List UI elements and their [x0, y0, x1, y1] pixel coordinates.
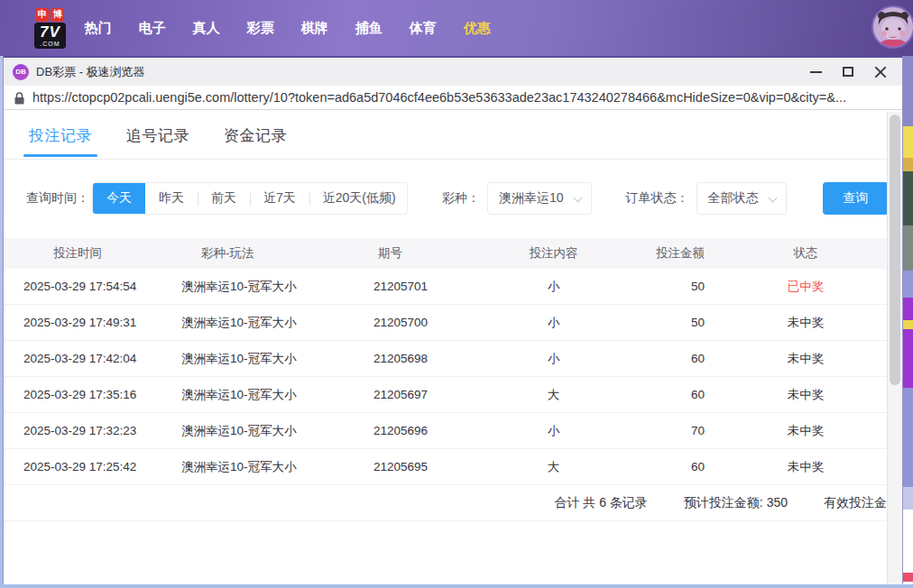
- maximize-button[interactable]: [832, 58, 864, 86]
- browser-window: DB DB彩票 - 极速浏览器 https://ctopcp02pcali.ue…: [3, 56, 903, 588]
- site-logo[interactable]: 申 博 7V .COM: [34, 8, 66, 49]
- tab-bet-records[interactable]: 投注记录: [29, 112, 92, 159]
- order-status-select[interactable]: 全部状态: [696, 182, 787, 215]
- cell-amount: 60: [601, 352, 723, 365]
- time-option-0[interactable]: 今天: [93, 183, 145, 214]
- lottery-select[interactable]: 澳洲幸运10: [487, 182, 592, 215]
- lock-icon: [14, 92, 24, 105]
- tab-fund-records[interactable]: 资金记录: [224, 112, 287, 159]
- nav-item-5[interactable]: 捕鱼: [342, 20, 396, 37]
- summary-valid-amount: 有效投注金: [824, 495, 887, 511]
- scrollbar-thumb[interactable]: [890, 115, 900, 385]
- cell-status: 未中奖: [723, 459, 889, 475]
- table-body: 2025-03-29 17:54:54澳洲幸运10-冠军大小21205701小5…: [4, 269, 889, 485]
- cell-content: 小: [506, 279, 601, 295]
- cell-amount: 50: [601, 280, 723, 293]
- cell-time: 2025-03-29 17:32:23: [4, 424, 168, 437]
- column-header-4: 投注金额: [601, 245, 723, 262]
- minimize-icon: [810, 71, 822, 73]
- table-summary-row: 合计 共 6 条记录 预计投注金额: 350 有效投注金: [4, 485, 889, 521]
- cell-issue: 21205696: [366, 424, 506, 437]
- nav-item-0[interactable]: 热门: [71, 20, 125, 37]
- logo-badge-bo: 博: [51, 8, 64, 22]
- db-favicon-icon: DB: [13, 64, 29, 80]
- cell-amount: 70: [601, 424, 723, 437]
- bet-records-table: 投注时间彩种-玩法期号投注内容投注金额状态 2025-03-29 17:54:5…: [4, 238, 889, 521]
- logo-suffix-text: .COM: [40, 41, 60, 47]
- cell-content: 小: [506, 351, 601, 367]
- chevron-down-icon: [573, 194, 582, 203]
- logo-main-text: 7V: [40, 24, 60, 40]
- nav-item-7[interactable]: 优惠: [450, 20, 504, 37]
- page-content: 投注记录 追号记录 资金记录 查询时间： 今天昨天前天近7天近20天(低频) 彩…: [4, 112, 889, 588]
- table-header-row: 投注时间彩种-玩法期号投注内容投注金额状态: [4, 238, 889, 269]
- maximize-icon: [843, 67, 853, 77]
- nav-item-1[interactable]: 电子: [125, 20, 180, 37]
- column-header-1: 彩种-玩法: [168, 245, 366, 262]
- column-header-2: 期号: [366, 245, 506, 262]
- close-button[interactable]: [864, 58, 897, 86]
- table-row: 2025-03-29 17:49:31澳洲幸运10-冠军大小21205700小5…: [4, 305, 889, 341]
- cell-game: 澳洲幸运10-冠军大小: [168, 423, 366, 439]
- time-filter-label: 查询时间：: [26, 190, 89, 207]
- casino-top-nav: 申 博 7V .COM 热门电子真人彩票棋牌捕鱼体育优惠: [0, 0, 913, 56]
- cell-game: 澳洲幸运10-冠军大小: [168, 351, 366, 367]
- cell-content: 大: [506, 459, 601, 475]
- cell-game: 澳洲幸运10-冠军大小: [168, 387, 366, 403]
- cell-game: 澳洲幸运10-冠军大小: [168, 315, 366, 331]
- summary-total: 合计 共 6 条记录: [554, 495, 647, 511]
- url-text: https://ctopcp02pcali.uengi5e.com/lotter…: [32, 90, 846, 105]
- cell-issue: 21205701: [366, 280, 506, 293]
- minimize-button[interactable]: [799, 58, 832, 86]
- cell-status: 已中奖: [723, 279, 889, 295]
- cell-time: 2025-03-29 17:35:16: [4, 388, 168, 401]
- search-button[interactable]: 查询: [823, 182, 889, 215]
- close-icon: [874, 66, 887, 78]
- column-header-3: 投注内容: [506, 245, 601, 262]
- nav-item-2[interactable]: 真人: [180, 20, 234, 37]
- time-option-2[interactable]: 前天: [198, 183, 250, 214]
- table-row: 2025-03-29 17:32:23澳洲幸运10-冠军大小21205696小7…: [4, 413, 889, 449]
- lottery-select-value: 澳洲幸运10: [499, 190, 564, 207]
- table-row: 2025-03-29 17:42:04澳洲幸运10-冠军大小21205698小6…: [4, 341, 889, 377]
- tab-chase-records[interactable]: 追号记录: [126, 112, 189, 159]
- cell-status: 未中奖: [723, 387, 889, 403]
- cell-issue: 21205700: [366, 316, 506, 329]
- time-range-group: 今天昨天前天近7天近20天(低频): [92, 182, 408, 215]
- cell-amount: 60: [601, 388, 723, 401]
- cell-amount: 50: [601, 316, 723, 329]
- logo-badge-shen: 申: [35, 8, 49, 22]
- nav-item-3[interactable]: 彩票: [234, 20, 288, 37]
- nav-item-6[interactable]: 体育: [396, 20, 450, 37]
- cell-game: 澳洲幸运10-冠军大小: [168, 279, 366, 295]
- logo-box: 7V .COM: [34, 23, 66, 49]
- table-row: 2025-03-29 17:54:54澳洲幸运10-冠军大小21205701小5…: [4, 269, 889, 305]
- time-option-3[interactable]: 近7天: [250, 183, 309, 214]
- window-titlebar[interactable]: DB DB彩票 - 极速浏览器: [4, 56, 902, 86]
- cell-issue: 21205695: [366, 460, 506, 473]
- user-avatar[interactable]: [872, 5, 913, 49]
- cell-content: 小: [506, 315, 601, 331]
- cell-time: 2025-03-29 17:49:31: [4, 316, 168, 329]
- lottery-filter-label: 彩种：: [442, 190, 480, 207]
- cell-game: 澳洲幸运10-冠军大小: [168, 459, 366, 475]
- background-app-sliver-bottom: [0, 584, 913, 588]
- cell-status: 未中奖: [723, 351, 889, 367]
- cell-issue: 21205698: [366, 352, 506, 365]
- background-app-sliver-right: [903, 56, 913, 588]
- column-header-5: 状态: [723, 245, 889, 262]
- cell-time: 2025-03-29 17:54:54: [4, 280, 168, 293]
- time-option-4[interactable]: 近20天(低频): [309, 183, 408, 214]
- cell-amount: 60: [601, 460, 723, 473]
- cell-content: 小: [506, 423, 601, 439]
- logo-badges: 申 博: [35, 8, 64, 22]
- avatar-illustration: [873, 7, 913, 47]
- nav-item-4[interactable]: 棋牌: [288, 20, 342, 37]
- time-option-1[interactable]: 昨天: [145, 183, 198, 214]
- window-controls: [799, 58, 897, 86]
- vertical-scrollbar[interactable]: [887, 112, 902, 588]
- cell-time: 2025-03-29 17:25:42: [4, 460, 168, 473]
- address-bar[interactable]: https://ctopcp02pcali.uengi5e.com/lotter…: [4, 86, 902, 110]
- column-header-0: 投注时间: [4, 245, 168, 262]
- table-row: 2025-03-29 17:35:16澳洲幸运10-冠军大小21205697大6…: [4, 377, 889, 413]
